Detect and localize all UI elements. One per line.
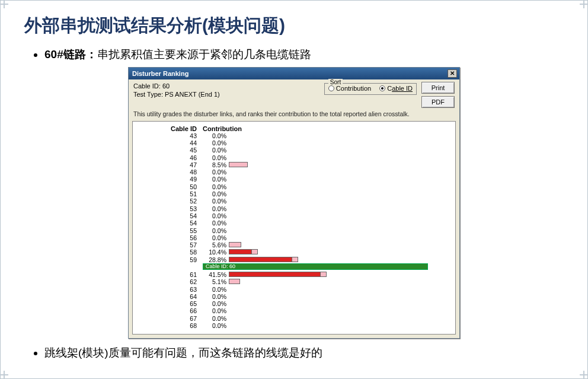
- chart-row: 510.0%: [138, 190, 450, 198]
- row-bar-area: [229, 147, 450, 153]
- row-bar-area: [229, 228, 450, 234]
- chart-rows: 430.0%440.0%450.0%460.0%478.5%480.0%490.…: [138, 132, 450, 330]
- chart-row: 680.0%: [138, 322, 450, 329]
- chart-row: 670.0%: [138, 315, 450, 322]
- row-bar-area: [229, 257, 450, 263]
- row-contribution: 0.0%: [203, 176, 229, 183]
- row-cable-id: 66: [138, 307, 203, 314]
- sort-group-wrap: Sort Contribution Cable ID: [324, 82, 417, 108]
- row-cable-id: 55: [138, 227, 203, 234]
- row-cable-id: 43: [138, 132, 203, 139]
- row-contribution: 0.0%: [203, 307, 229, 314]
- row-contribution: 0.0%: [203, 139, 229, 146]
- chart-row: 520.0%: [138, 198, 450, 205]
- chart-row: 490.0%: [138, 176, 450, 183]
- chart-row: 625.1%: [138, 278, 450, 285]
- row-bar-area: [229, 242, 450, 248]
- row-bar-area: [229, 198, 450, 204]
- sort-contribution-label: Contribution: [336, 85, 371, 92]
- chart-row: 460.0%: [138, 154, 450, 161]
- row-bar-area: [229, 184, 450, 190]
- row-cable-id: 68: [138, 322, 203, 329]
- sort-group: Sort Contribution Cable ID: [324, 83, 417, 95]
- row-cable-id: 52: [138, 198, 203, 205]
- row-cable-id: 47: [138, 161, 203, 168]
- chart-headers: Cable ID Contribution: [138, 125, 450, 132]
- row-contribution: 0.0%: [203, 219, 229, 227]
- row-cable-id: 58: [138, 249, 203, 256]
- row-cable-id: 50: [138, 183, 203, 190]
- sort-cableid-option[interactable]: Cable ID: [379, 85, 413, 92]
- chart-row: 478.5%: [138, 161, 450, 168]
- chart-row: 5810.4%: [138, 249, 450, 256]
- row-bar-area: [229, 169, 450, 175]
- row-cable-id: 63: [138, 286, 203, 293]
- dialog-description: This utility grades the disturber links,…: [129, 110, 459, 121]
- highlight-bar: Cable ID: 60: [203, 263, 428, 270]
- disturber-ranking-dialog: Disturber Ranking ✕ Cable ID: 60 Test Ty…: [128, 67, 460, 339]
- pdf-button[interactable]: PDF: [421, 96, 455, 108]
- row-bar-area: [229, 220, 450, 226]
- chart-highlight-row: Cable ID: 60: [138, 263, 450, 271]
- row-contribution: 0.0%: [203, 146, 229, 154]
- row-contribution: 0.0%: [203, 183, 229, 190]
- row-contribution: 10.4%: [203, 249, 229, 256]
- row-bar-area: [229, 308, 450, 314]
- row-contribution: 0.0%: [203, 198, 229, 205]
- dialog-info-left: Cable ID: 60 Test Type: PS ANEXT (End 1): [133, 82, 324, 108]
- dialog-titlebar[interactable]: Disturber Ranking ✕: [129, 68, 459, 79]
- chart-row: 540.0%: [138, 212, 450, 219]
- close-icon[interactable]: ✕: [448, 69, 457, 78]
- row-bar-area: [229, 235, 450, 241]
- radio-icon: [379, 85, 385, 91]
- row-contribution: 0.0%: [203, 190, 229, 198]
- row-cable-id: 65: [138, 300, 203, 307]
- print-button[interactable]: Print: [421, 82, 455, 94]
- dialog-title: Disturber Ranking: [132, 70, 188, 77]
- row-contribution: 5.6%: [203, 241, 229, 249]
- row-cable-id: 51: [138, 190, 203, 198]
- dialog-info-row: Cable ID: 60 Test Type: PS ANEXT (End 1)…: [129, 79, 459, 110]
- row-cable-id: 53: [138, 205, 203, 212]
- sort-cableid-label: Cable ID: [387, 85, 413, 92]
- row-bar-area: [229, 272, 450, 278]
- chart-row: 660.0%: [138, 307, 450, 314]
- row-contribution: 0.0%: [203, 293, 229, 300]
- header-cable-id: Cable ID: [138, 125, 203, 132]
- row-contribution: 0.0%: [203, 300, 229, 307]
- slide: 外部串扰测试结果分析(模块问题) 60#链路：串扰累积值主要来源于紧邻的几条电缆…: [0, 0, 588, 379]
- row-cable-id: 46: [138, 154, 203, 161]
- chart-row: 630.0%: [138, 285, 450, 292]
- row-contribution: 0.0%: [203, 227, 229, 234]
- row-contribution: 0.0%: [203, 154, 229, 161]
- row-contribution: 0.0%: [203, 132, 229, 139]
- row-bar-area: [229, 294, 450, 300]
- header-contribution: Contribution: [203, 125, 238, 132]
- row-cable-id: 54: [138, 219, 203, 227]
- bullet-1-lead: 60#链路：: [44, 48, 97, 60]
- row-bar-area: [229, 206, 450, 212]
- row-cable-id: 48: [138, 168, 203, 176]
- chart-row: 430.0%: [138, 132, 450, 139]
- row-bar-area: [229, 323, 450, 329]
- chart-row: 440.0%: [138, 139, 450, 146]
- row-cable-id: 54: [138, 212, 203, 219]
- chart-row: 640.0%: [138, 293, 450, 300]
- row-contribution: 0.0%: [203, 212, 229, 219]
- row-contribution: 8.5%: [203, 161, 229, 168]
- bullet-1-rest: 串扰累积值主要来源于紧邻的几条电缆链路: [97, 48, 311, 60]
- chart-row: 480.0%: [138, 168, 450, 176]
- bullet-2: 跳线架(模块)质量可能有问题，而这条链路的线缆是好的: [44, 345, 564, 362]
- row-cable-id: 56: [138, 234, 203, 241]
- row-bar-area: [229, 279, 450, 285]
- row-contribution: 0.0%: [203, 168, 229, 176]
- row-contribution: 28.8%: [203, 256, 229, 263]
- row-bar-area: [229, 301, 450, 307]
- row-cable-id: 44: [138, 139, 203, 146]
- row-bar-area: [229, 176, 450, 182]
- row-cable-id: 62: [138, 278, 203, 285]
- row-bar-area: [229, 140, 450, 146]
- page-title: 外部串扰测试结果分析(模块问题): [24, 14, 564, 38]
- row-cable-id: 57: [138, 241, 203, 249]
- sort-contribution-option[interactable]: Contribution: [328, 85, 371, 92]
